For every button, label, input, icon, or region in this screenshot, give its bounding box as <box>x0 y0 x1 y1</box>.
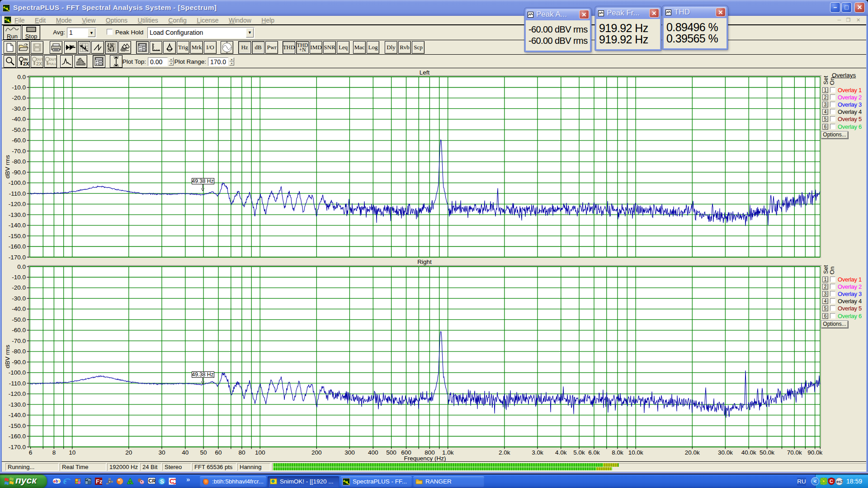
svg-text:30: 30 <box>158 449 165 456</box>
svg-text:40: 40 <box>182 449 189 456</box>
svg-text:-110.0: -110.0 <box>9 380 26 387</box>
svg-text:-10.0: -10.0 <box>12 274 26 281</box>
svg-text:4.0k: 4.0k <box>555 449 567 456</box>
svg-text:3.0k: 3.0k <box>532 449 543 456</box>
svg-text:0.0: 0.0 <box>17 263 26 270</box>
svg-text:ebY: ebY <box>53 479 61 483</box>
svg-text:20: 20 <box>125 449 132 456</box>
svg-text:400: 400 <box>368 449 378 456</box>
svg-text:90.0k: 90.0k <box>807 449 822 456</box>
svg-text:Right: Right <box>417 258 432 265</box>
svg-text:Fz: Fz <box>96 478 102 485</box>
svg-text:80: 80 <box>238 449 245 456</box>
svg-text:60: 60 <box>215 449 222 456</box>
svg-text:es7: es7 <box>836 479 843 484</box>
svg-text:2.0k: 2.0k <box>499 449 510 456</box>
svg-text:-60.0: -60.0 <box>12 137 26 144</box>
svg-text:-160.0: -160.0 <box>9 243 26 250</box>
svg-text:-120.0: -120.0 <box>9 390 26 397</box>
svg-text:-100.0: -100.0 <box>9 369 26 376</box>
svg-text:-40.0: -40.0 <box>12 305 26 312</box>
svg-text:200: 200 <box>311 449 322 456</box>
svg-text:-170.0: -170.0 <box>9 254 26 261</box>
svg-text:-170.0: -170.0 <box>9 444 26 450</box>
svg-text:-70.0: -70.0 <box>12 338 26 344</box>
svg-text:500: 500 <box>386 449 396 456</box>
svg-text:dBV rms: dBV rms <box>4 155 11 178</box>
svg-text:300: 300 <box>344 449 355 456</box>
svg-text:-30.0: -30.0 <box>12 105 26 112</box>
svg-text:0.0: 0.0 <box>17 74 26 80</box>
svg-text:-20.0: -20.0 <box>12 94 26 101</box>
svg-text:CR: CR <box>149 478 156 483</box>
svg-text:8: 8 <box>52 449 56 456</box>
svg-text:Frequency (Hz): Frequency (Hz) <box>404 455 446 462</box>
svg-text:-120.0: -120.0 <box>9 201 26 207</box>
svg-text:-150.0: -150.0 <box>9 233 26 239</box>
svg-text:6: 6 <box>29 449 33 456</box>
svg-text:10: 10 <box>69 449 75 456</box>
svg-text:-160.0: -160.0 <box>9 433 26 440</box>
svg-text:-130.0: -130.0 <box>9 211 26 218</box>
svg-text:dBV rms: dBV rms <box>4 345 11 368</box>
svg-text:100: 100 <box>255 449 265 456</box>
svg-text:5.0k: 5.0k <box>573 449 585 456</box>
svg-text:-10.0: -10.0 <box>12 84 26 91</box>
svg-text:-140.0: -140.0 <box>9 412 26 418</box>
svg-text:S: S <box>160 478 164 485</box>
svg-text:-110.0: -110.0 <box>9 190 26 197</box>
svg-text:-80.0: -80.0 <box>12 348 26 355</box>
svg-text:-140.0: -140.0 <box>9 222 26 229</box>
svg-text:-30.0: -30.0 <box>12 295 26 302</box>
svg-text:10.0k: 10.0k <box>628 449 643 456</box>
svg-text:Left: Left <box>420 69 430 76</box>
svg-text:-90.0: -90.0 <box>12 169 26 176</box>
svg-text:50.0k: 50.0k <box>760 449 774 456</box>
svg-text:C: C <box>830 479 833 484</box>
svg-text:-50.0: -50.0 <box>12 127 26 133</box>
svg-text:8.0k: 8.0k <box>612 449 623 456</box>
svg-text:-50.0: -50.0 <box>12 316 26 323</box>
svg-text:70.0k: 70.0k <box>787 449 802 456</box>
svg-text:49.38 Hz: 49.38 Hz <box>192 371 213 378</box>
svg-text:49.38 Hz: 49.38 Hz <box>192 178 213 184</box>
svg-text:20.0k: 20.0k <box>685 449 700 456</box>
svg-text:-70.0: -70.0 <box>12 148 26 155</box>
svg-text:-20.0: -20.0 <box>12 284 26 291</box>
svg-text:-150.0: -150.0 <box>9 422 26 429</box>
svg-text:-40.0: -40.0 <box>12 116 26 122</box>
svg-text:6.0k: 6.0k <box>588 449 600 456</box>
svg-text:-100.0: -100.0 <box>9 179 26 186</box>
svg-text:-60.0: -60.0 <box>12 327 26 333</box>
svg-text:40.0k: 40.0k <box>741 449 756 456</box>
svg-text:-80.0: -80.0 <box>12 158 26 165</box>
svg-text:50: 50 <box>200 449 207 456</box>
svg-text:-90.0: -90.0 <box>12 359 26 366</box>
svg-text:30.0k: 30.0k <box>718 449 733 456</box>
svg-text:-130.0: -130.0 <box>9 401 26 408</box>
